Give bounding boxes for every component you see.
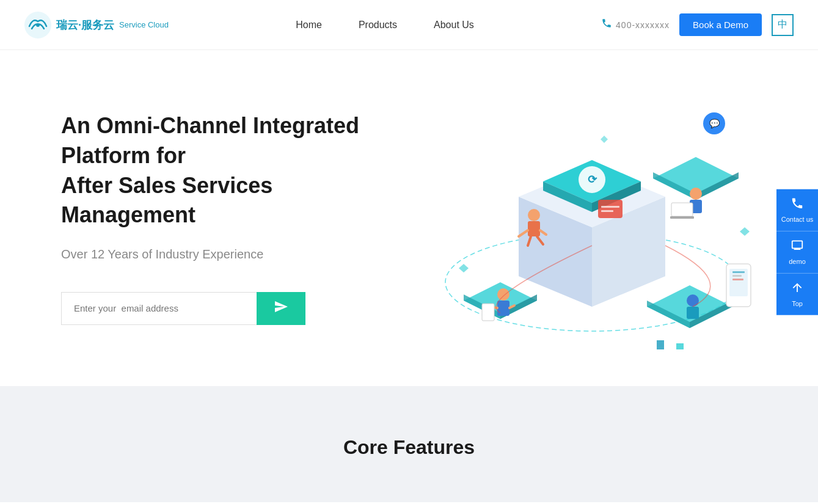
navbar: 瑞云·服务云 Service Cloud Home Products About… — [0, 0, 818, 50]
svg-rect-32 — [497, 301, 509, 316]
nav-right: 400-xxxxxxx Book a Demo 中 — [601, 13, 794, 36]
svg-rect-53 — [732, 279, 743, 280]
svg-marker-56 — [601, 136, 608, 143]
hero-section: An Omni-Channel Integrated Platform forA… — [0, 50, 818, 386]
svg-rect-39 — [657, 340, 664, 349]
svg-rect-30 — [670, 216, 694, 219]
logo-icon — [24, 12, 51, 38]
phone-sidebar-icon — [791, 196, 804, 213]
hero-illustration: ⟳ — [415, 87, 769, 349]
hero-subtitle: Over 12 Years of Industry Experience — [61, 247, 379, 261]
language-switch-button[interactable]: 中 — [772, 14, 794, 36]
core-features-section: Core Features — [0, 386, 818, 502]
phone-area: 400-xxxxxxx — [601, 18, 670, 32]
svg-rect-22 — [528, 221, 540, 236]
svg-point-27 — [690, 188, 702, 200]
svg-text:💬: 💬 — [709, 119, 720, 129]
email-input[interactable] — [61, 292, 257, 325]
svg-rect-37 — [687, 307, 699, 319]
logo-en-text: Service Cloud — [119, 20, 169, 29]
email-form — [61, 292, 379, 325]
up-icon — [791, 281, 804, 298]
phone-icon — [601, 18, 612, 32]
hero-content: An Omni-Channel Integrated Platform forA… — [61, 111, 379, 324]
hero-svg: ⟳ — [415, 87, 769, 349]
svg-rect-48 — [601, 210, 613, 212]
svg-rect-47 — [601, 206, 619, 208]
demo-button[interactable]: demo — [776, 231, 818, 273]
demo-label: demo — [789, 257, 806, 265]
svg-text:⟳: ⟳ — [588, 173, 597, 186]
svg-point-21 — [528, 209, 540, 221]
core-features-title: Core Features — [343, 436, 475, 459]
svg-rect-29 — [671, 203, 693, 216]
logo-cn-text: 瑞云·服务云 — [56, 18, 114, 32]
monitor-icon — [791, 238, 804, 255]
nav-home[interactable]: Home — [296, 20, 322, 31]
svg-point-31 — [497, 288, 509, 301]
svg-rect-46 — [598, 200, 623, 218]
svg-marker-55 — [740, 227, 750, 236]
svg-rect-52 — [732, 275, 742, 277]
svg-rect-35 — [482, 304, 494, 321]
logo[interactable]: 瑞云·服务云 Service Cloud — [24, 12, 169, 38]
phone-number: 400-xxxxxxx — [616, 20, 670, 30]
nav-about[interactable]: About Us — [434, 20, 474, 31]
svg-point-36 — [687, 294, 699, 307]
book-demo-button[interactable]: Book a Demo — [679, 13, 762, 36]
svg-rect-51 — [732, 271, 745, 273]
contact-us-button[interactable]: Contact us — [776, 189, 818, 231]
hero-title: An Omni-Channel Integrated Platform forA… — [61, 111, 379, 230]
nav-links: Home Products About Us — [296, 20, 474, 31]
svg-rect-41 — [676, 343, 684, 349]
top-label: Top — [792, 300, 803, 308]
send-icon — [274, 299, 288, 318]
floating-sidebar: Contact us demo Top — [776, 189, 818, 315]
email-submit-button[interactable] — [257, 292, 305, 325]
svg-marker-54 — [459, 264, 469, 272]
top-button[interactable]: Top — [776, 274, 818, 315]
svg-point-1 — [36, 23, 40, 27]
contact-us-label: Contact us — [781, 215, 814, 223]
nav-products[interactable]: Products — [359, 20, 397, 31]
